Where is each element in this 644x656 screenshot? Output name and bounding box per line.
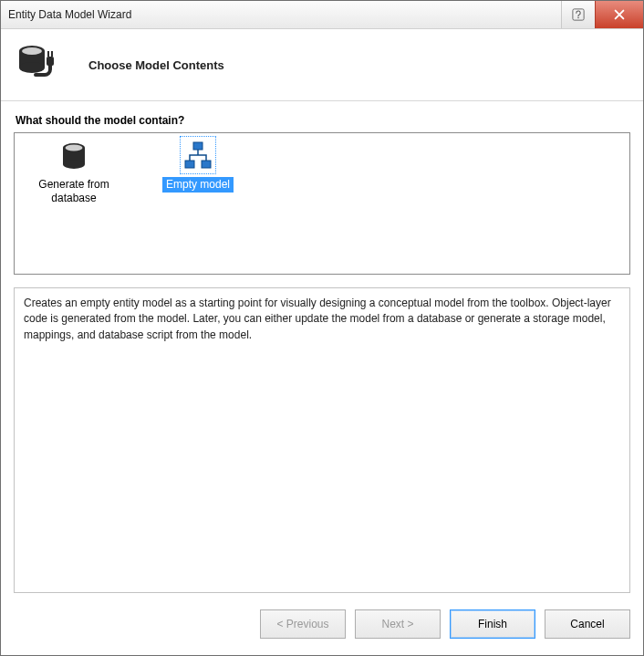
help-button[interactable]	[561, 1, 595, 28]
wizard-step-title: Choose Model Contents	[88, 58, 224, 72]
svg-rect-13	[193, 142, 203, 150]
wizard-header: Choose Model Contents	[1, 29, 643, 101]
svg-point-5	[22, 47, 42, 55]
option-label: Empty model	[162, 177, 234, 193]
svg-rect-14	[185, 161, 194, 168]
finish-button[interactable]: Finish	[450, 609, 535, 639]
next-button[interactable]: Next >	[355, 609, 441, 639]
previous-button[interactable]: < Previous	[260, 609, 346, 639]
model-options-list: Generate from database Empty model	[14, 132, 630, 275]
cancel-button[interactable]: Cancel	[545, 609, 630, 639]
svg-point-12	[66, 145, 83, 151]
window-title: Entity Data Model Wizard	[8, 8, 131, 21]
option-label: Generate from database	[24, 177, 124, 206]
wizard-header-icon	[17, 44, 67, 87]
svg-point-4	[19, 62, 45, 73]
help-icon	[572, 8, 585, 21]
option-generate-from-database[interactable]: Generate from database	[24, 139, 124, 206]
wizard-footer: < Previous Next > Finish Cancel	[1, 593, 643, 655]
wizard-window: Entity Data Model Wizard	[0, 0, 644, 656]
window-controls	[561, 1, 643, 28]
option-description: Creates an empty entity model as a start…	[14, 287, 630, 593]
option-empty-model[interactable]: Empty model	[148, 139, 248, 193]
svg-rect-6	[47, 57, 54, 66]
svg-point-1	[577, 17, 579, 19]
section-prompt: What should the model contain?	[16, 114, 630, 127]
close-button[interactable]	[595, 1, 643, 28]
titlebar: Entity Data Model Wizard	[1, 1, 643, 29]
database-icon	[61, 139, 87, 172]
svg-rect-15	[202, 161, 211, 168]
close-icon	[613, 8, 626, 21]
diagram-icon	[182, 139, 213, 172]
svg-point-11	[63, 160, 85, 169]
wizard-body: What should the model contain? Generate …	[1, 101, 643, 593]
